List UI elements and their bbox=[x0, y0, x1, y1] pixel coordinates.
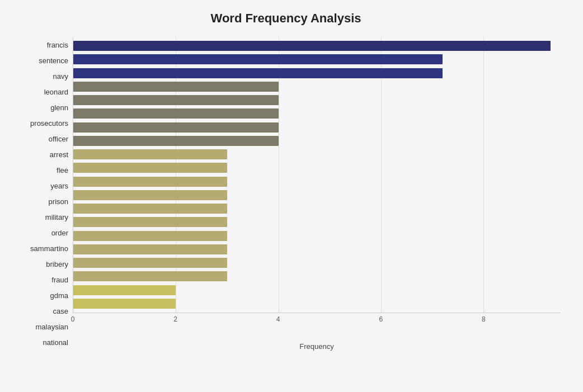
bar-officer bbox=[73, 122, 279, 133]
bar-navy bbox=[73, 68, 443, 78]
chart-title: Word Frequency Analysis bbox=[11, 11, 561, 26]
y-label-prison: prison bbox=[49, 193, 68, 209]
y-label-bribery: bribery bbox=[46, 257, 68, 272]
bar-row-francis bbox=[73, 39, 561, 53]
bar-row-order bbox=[73, 202, 561, 215]
bar-row-sentence bbox=[73, 53, 561, 66]
y-label-officer: officer bbox=[49, 131, 68, 147]
bar-row-gdma bbox=[73, 256, 561, 270]
x-tick-0: 0 bbox=[71, 315, 75, 323]
bar-arrest bbox=[73, 136, 279, 146]
y-label-national: national bbox=[43, 335, 68, 351]
bar-row-bribery bbox=[73, 229, 561, 243]
bar-sammartino bbox=[73, 217, 227, 227]
x-tick-4: 4 bbox=[276, 315, 280, 323]
bar-row-sammartino bbox=[73, 215, 561, 229]
bar-gdma bbox=[73, 258, 227, 268]
bar-military bbox=[73, 190, 227, 200]
bar-row-arrest bbox=[73, 134, 561, 148]
plot-area: 02468 Frequency bbox=[73, 37, 561, 351]
bar-flee bbox=[73, 149, 227, 159]
bar-glenn bbox=[73, 95, 279, 105]
bars-inner bbox=[73, 37, 561, 313]
bar-row-prosecutors bbox=[73, 107, 561, 120]
y-label-sammartino: sammartino bbox=[30, 241, 68, 257]
bar-leonard bbox=[73, 82, 279, 92]
bar-national bbox=[73, 299, 176, 309]
bar-row-years bbox=[73, 161, 561, 174]
y-label-arrest: arrest bbox=[50, 147, 68, 162]
bar-fraud bbox=[73, 244, 227, 254]
y-label-years: years bbox=[50, 178, 68, 193]
bar-row-officer bbox=[73, 121, 561, 134]
x-axis-label: Frequency bbox=[73, 342, 561, 351]
y-label-sentence: sentence bbox=[39, 53, 68, 68]
y-label-glenn: glenn bbox=[50, 100, 68, 115]
bar-row-prison bbox=[73, 175, 561, 188]
y-label-francis: francis bbox=[47, 37, 68, 53]
x-tick-6: 6 bbox=[379, 315, 383, 323]
y-label-fraud: fraud bbox=[51, 272, 68, 288]
chart-container: Word Frequency Analysis francissentencen… bbox=[0, 0, 583, 392]
bar-prison bbox=[73, 177, 227, 187]
bar-order bbox=[73, 204, 227, 214]
bar-prosecutors bbox=[73, 108, 279, 119]
x-axis-ticks: 02468 bbox=[73, 313, 561, 330]
y-label-military: military bbox=[45, 210, 68, 225]
y-label-malaysian: malaysian bbox=[35, 319, 68, 335]
bar-row-military bbox=[73, 188, 561, 202]
bar-row-national bbox=[73, 297, 561, 310]
bar-francis bbox=[73, 41, 551, 51]
chart-area: francissentencenavyleonardglennprosecuto… bbox=[11, 37, 561, 351]
bar-case bbox=[73, 271, 227, 281]
bar-row-leonard bbox=[73, 80, 561, 93]
bar-row-fraud bbox=[73, 243, 561, 256]
bar-row-case bbox=[73, 270, 561, 283]
bar-malaysian bbox=[73, 285, 176, 295]
bar-sentence bbox=[73, 54, 443, 64]
bar-row-glenn bbox=[73, 93, 561, 107]
y-label-leonard: leonard bbox=[44, 84, 68, 100]
y-label-case: case bbox=[53, 304, 68, 319]
y-label-flee: flee bbox=[57, 162, 68, 178]
y-label-order: order bbox=[51, 225, 68, 241]
bar-row-flee bbox=[73, 148, 561, 161]
y-label-navy: navy bbox=[53, 68, 68, 84]
bar-row-malaysian bbox=[73, 284, 561, 297]
bar-years bbox=[73, 163, 227, 173]
bars-container bbox=[73, 37, 561, 313]
y-axis: francissentencenavyleonardglennprosecuto… bbox=[11, 37, 73, 351]
y-label-gdma: gdma bbox=[50, 288, 68, 304]
y-label-prosecutors: prosecutors bbox=[30, 115, 68, 131]
x-tick-8: 8 bbox=[482, 315, 486, 323]
bar-row-navy bbox=[73, 67, 561, 80]
x-tick-2: 2 bbox=[173, 315, 177, 323]
bar-bribery bbox=[73, 231, 227, 241]
